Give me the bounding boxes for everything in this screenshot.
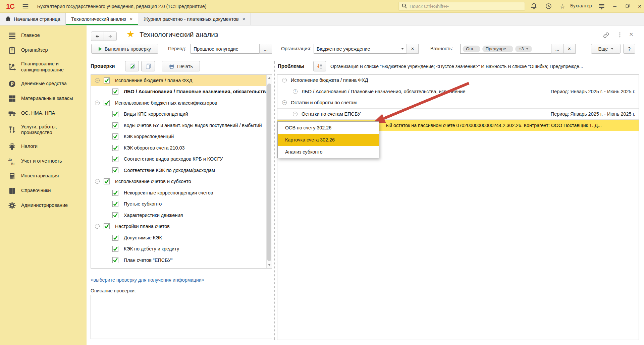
expand-toggle-icon[interactable]: − <box>95 101 100 105</box>
checkbox[interactable] <box>112 235 118 241</box>
check-tree-row[interactable]: −Использование бюджетных классификаторов <box>91 97 266 109</box>
organization-clear-button[interactable]: × <box>407 44 419 54</box>
more-actions-button[interactable]: Еще <box>591 44 621 54</box>
expand-toggle-icon[interactable]: − <box>95 179 100 184</box>
current-user-label[interactable]: Бухгалтер <box>570 3 592 8</box>
close-window-button[interactable]: × <box>635 2 644 11</box>
severity-chip-1[interactable]: Предупре... <box>482 46 514 52</box>
select-check-hint-link[interactable]: <выберите проверку для получения информа… <box>91 277 204 283</box>
checkbox[interactable] <box>112 212 118 218</box>
period-field[interactable]: Прошлое полугодие <box>191 44 260 54</box>
checkbox[interactable] <box>112 133 118 139</box>
uncheck-all-button[interactable] <box>141 61 155 71</box>
sidebar-item-administration[interactable]: Администрирование <box>0 198 87 213</box>
expand-toggle-icon[interactable]: − <box>293 112 298 116</box>
panel-splitter[interactable] <box>274 61 275 340</box>
checkbox[interactable] <box>112 145 118 151</box>
check-tree-row[interactable]: КЭК корреспонденций <box>91 131 266 142</box>
back-button[interactable] <box>91 32 104 41</box>
scrollbar[interactable] <box>266 75 272 268</box>
sidebar-item-taxes[interactable]: Налоги <box>0 139 87 154</box>
help-button[interactable]: ? <box>623 44 635 54</box>
problem-row[interactable]: −Остатки и обороты по счетам <box>277 97 639 109</box>
minimize-button[interactable]: – <box>610 2 619 11</box>
checkbox[interactable] <box>112 268 118 269</box>
history-icon[interactable] <box>545 3 552 10</box>
expand-toggle-icon[interactable]: − <box>95 224 100 229</box>
check-tree-row[interactable]: −Настройки плана счетов <box>91 221 266 232</box>
sidebar-item-assets[interactable]: ОС, НМА, НПА <box>0 106 87 121</box>
dropdown-button[interactable] <box>398 44 407 53</box>
checkbox[interactable] <box>112 122 118 128</box>
context-menu-item-osv[interactable]: ОСВ по счету 302.26 <box>278 122 379 134</box>
notifications-bell-icon[interactable] <box>530 3 537 10</box>
check-tree-row[interactable]: Соответствие видов расходов КРБ и КОСГУ <box>91 154 266 165</box>
checkbox[interactable] <box>104 77 110 83</box>
period-choose-button[interactable]: ... <box>259 44 272 54</box>
checkbox[interactable] <box>104 100 110 106</box>
expand-toggle-icon[interactable]: − <box>282 78 287 82</box>
problem-row[interactable]: +ЛБО / Ассигнования / Плановые назначени… <box>277 86 639 98</box>
get-link-icon[interactable] <box>602 32 610 40</box>
severity-clear-button[interactable]: × <box>563 44 576 54</box>
check-tree-row[interactable]: Пустые субконто <box>91 198 266 210</box>
check-tree-row[interactable]: Справочник "КЭК" <box>91 266 266 269</box>
check-tree-row[interactable]: ЛБО / Ассигнования / Плановые назначения… <box>91 86 266 98</box>
checkbox[interactable] <box>112 201 118 207</box>
favorite-star-icon[interactable]: ★ <box>126 29 135 40</box>
check-tree-row[interactable]: −Использование счетов и субконто <box>91 176 266 187</box>
sidebar-item-materials[interactable]: Материальные запасы <box>0 91 87 106</box>
severity-field[interactable]: Ош...Предупре...+3 <box>460 44 551 54</box>
sidebar-item-inventory[interactable]: Инвентаризация <box>0 169 87 183</box>
check-tree-row[interactable]: Некорректные корреспонденции счетов <box>91 187 266 198</box>
checkbox[interactable] <box>104 178 110 184</box>
print-button[interactable]: Печать <box>162 61 200 71</box>
check-tree-row[interactable]: Соответствие КЭК по доходам/расходам <box>91 165 266 176</box>
context-menu-item-card[interactable]: Карточка счета 302.26 <box>278 134 379 146</box>
close-form-icon[interactable]: × <box>627 30 635 38</box>
kebab-menu-icon[interactable] <box>616 32 624 40</box>
forward-button[interactable] <box>104 32 117 41</box>
checkbox[interactable] <box>112 257 118 263</box>
check-all-button[interactable] <box>125 61 139 71</box>
checkbox[interactable] <box>112 89 118 95</box>
check-tree-row[interactable]: КЭК по дебету и кредиту <box>91 243 266 255</box>
checkbox[interactable] <box>112 246 118 252</box>
favorites-star-icon[interactable]: ☆ <box>559 3 566 10</box>
sidebar-item-organizer[interactable]: Органайзер <box>0 43 87 58</box>
tab-home[interactable]: Начальная страница <box>0 13 66 25</box>
tab-close-icon[interactable]: × <box>243 16 246 22</box>
check-tree-row[interactable]: КЭК оборотов счета 210.03 <box>91 142 266 154</box>
tab-tech-analysis[interactable]: Технологический анализ× <box>66 13 138 25</box>
tab-close-icon[interactable]: × <box>130 16 133 22</box>
service-menu-icon[interactable] <box>598 3 605 10</box>
sidebar-item-money[interactable]: ₽Денежные средства <box>0 76 87 91</box>
scroll-up-icon[interactable] <box>268 77 271 79</box>
sidebar-item-planning[interactable]: Планирование и санкционирование <box>0 58 87 76</box>
sidebar-item-references[interactable]: Справочники <box>0 183 87 198</box>
main-menu-icon[interactable] <box>22 3 29 10</box>
check-tree-row[interactable]: Коды счетов БУ и аналит. коды видов пост… <box>91 120 266 131</box>
checkbox[interactable] <box>112 156 118 162</box>
scroll-down-icon[interactable] <box>268 264 271 266</box>
severity-chip-2[interactable]: +3 <box>515 46 532 52</box>
expand-toggle-icon[interactable]: − <box>95 78 100 83</box>
check-tree-row[interactable]: План счетов "ЕПСБУ" <box>91 254 266 266</box>
description-box[interactable] <box>91 295 272 339</box>
restore-button[interactable] <box>623 2 632 11</box>
search-input[interactable]: Поиск Ctrl+Shift+F <box>398 2 525 11</box>
problem-row[interactable]: −Остатки по счетам ЕПСБУПериод: Январь 2… <box>277 109 639 120</box>
severity-choose-button[interactable]: ... <box>551 44 564 54</box>
go-to-list-button[interactable] <box>313 61 326 71</box>
checkbox[interactable] <box>104 223 110 229</box>
sidebar-item-main[interactable]: Главное <box>0 28 87 43</box>
check-tree-row[interactable]: Характеристики движения <box>91 210 266 221</box>
scrollbar-thumb[interactable] <box>267 83 271 261</box>
check-tree-row[interactable]: Виды КПС корреспонденций <box>91 109 266 120</box>
checkbox[interactable] <box>112 111 118 117</box>
expand-toggle-icon[interactable]: + <box>293 89 298 94</box>
checkbox[interactable] <box>112 190 118 196</box>
severity-chip-0[interactable]: Ош... <box>463 46 480 52</box>
check-tree-row[interactable]: Допустимые КЭК <box>91 232 266 243</box>
expand-toggle-icon[interactable]: − <box>282 100 287 105</box>
